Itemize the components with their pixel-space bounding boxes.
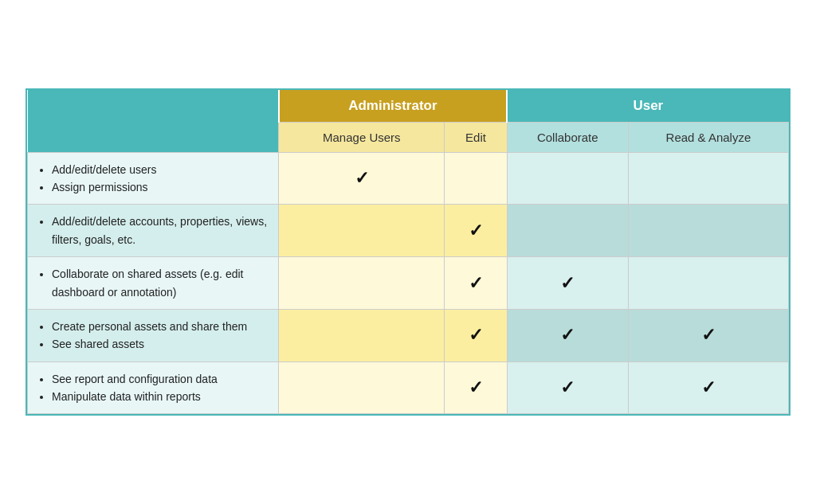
feature-cell-4: Create personal assets and share themSee… xyxy=(28,309,279,361)
feature-item: Create personal assets and share them xyxy=(52,318,269,335)
permissions-table: Administrator User Manage Users Edit Col… xyxy=(26,88,790,416)
checkmark-icon: ✓ xyxy=(517,377,618,398)
checkmark-icon: ✓ xyxy=(638,377,779,398)
check-cell-read_analyze-row2 xyxy=(628,205,788,257)
feature-item: Collaborate on shared assets (e.g. edit … xyxy=(52,265,269,301)
checkmark-icon: ✓ xyxy=(638,325,779,346)
check-cell-collaborate-row5: ✓ xyxy=(507,361,628,414)
checkmark-icon: ✓ xyxy=(517,273,618,294)
subheader-collaborate: Collaborate xyxy=(507,122,628,152)
check-cell-manage-row5 xyxy=(279,361,445,414)
table-row-2: Add/edit/delete accounts, properties, vi… xyxy=(28,205,789,257)
check-cell-read_analyze-row1 xyxy=(628,152,788,205)
checkmark-icon: ✓ xyxy=(517,325,618,346)
subheader-empty xyxy=(28,122,279,152)
header-administrator: Administrator xyxy=(279,90,507,123)
checkmark-icon: ✓ xyxy=(454,325,496,346)
check-cell-read_analyze-row5: ✓ xyxy=(628,361,788,414)
feature-item: Manipulate data within reports xyxy=(52,388,269,405)
checkmark-icon: ✓ xyxy=(454,377,496,398)
header-empty xyxy=(28,90,279,123)
check-cell-collaborate-row4: ✓ xyxy=(507,309,628,361)
feature-item: Assign permissions xyxy=(52,178,269,196)
table-row-4: Create personal assets and share themSee… xyxy=(28,309,789,361)
header-user: User xyxy=(507,90,788,123)
check-cell-read_analyze-row4: ✓ xyxy=(628,309,788,361)
table-row-5: See report and configuration dataManipul… xyxy=(28,361,789,414)
check-cell-edit-row2: ✓ xyxy=(445,205,507,257)
header-row-2: Manage Users Edit Collaborate Read & Ana… xyxy=(28,122,789,152)
check-cell-read_analyze-row3 xyxy=(628,257,788,310)
table-row-1: Add/edit/delete usersAssign permissions✓ xyxy=(28,152,789,205)
check-cell-collaborate-row1 xyxy=(507,152,628,205)
check-cell-edit-row3: ✓ xyxy=(445,257,507,310)
subheader-edit: Edit xyxy=(445,122,507,152)
checkmark-icon: ✓ xyxy=(454,273,496,294)
table-row-3: Collaborate on shared assets (e.g. edit … xyxy=(28,257,789,310)
check-cell-edit-row4: ✓ xyxy=(445,309,507,361)
check-cell-manage-row2 xyxy=(279,205,445,257)
subheader-read-analyze: Read & Analyze xyxy=(628,122,788,152)
feature-cell-1: Add/edit/delete usersAssign permissions xyxy=(28,152,279,205)
feature-item: Add/edit/delete accounts, properties, vi… xyxy=(52,213,269,248)
feature-item: Add/edit/delete users xyxy=(52,161,269,178)
checkmark-icon: ✓ xyxy=(454,221,496,241)
checkmark-icon: ✓ xyxy=(288,168,434,189)
check-cell-edit-row5: ✓ xyxy=(445,361,507,414)
feature-item: See report and configuration data xyxy=(52,370,269,388)
check-cell-manage-row3 xyxy=(279,257,445,310)
subheader-manage-users: Manage Users xyxy=(279,122,445,152)
feature-cell-2: Add/edit/delete accounts, properties, vi… xyxy=(28,205,279,257)
check-cell-edit-row1 xyxy=(445,152,507,205)
feature-cell-3: Collaborate on shared assets (e.g. edit … xyxy=(28,257,279,310)
check-cell-manage-row1: ✓ xyxy=(279,152,445,205)
feature-cell-5: See report and configuration dataManipul… xyxy=(28,361,279,414)
header-row-1: Administrator User xyxy=(28,90,789,123)
check-cell-collaborate-row2 xyxy=(507,205,628,257)
check-cell-collaborate-row3: ✓ xyxy=(507,257,628,310)
check-cell-manage-row4 xyxy=(279,309,445,361)
feature-item: See shared assets xyxy=(52,335,269,353)
